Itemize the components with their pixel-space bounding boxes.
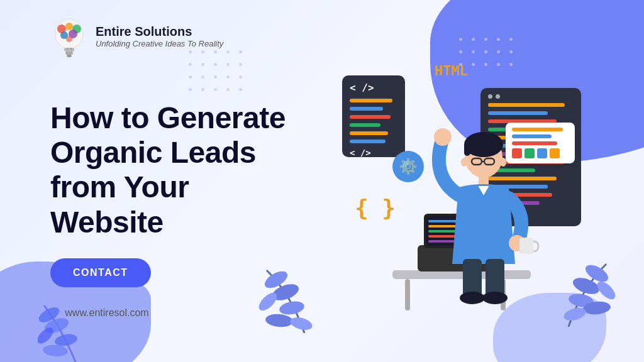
svg-point-38 (482, 292, 508, 304)
brand-tagline: Unfolding Creative Ideas To Reality (96, 39, 223, 48)
svg-rect-35 (463, 259, 482, 297)
headline: How to Generate Organic Leads from Your … (50, 101, 327, 239)
svg-point-30 (500, 158, 506, 167)
svg-point-32 (434, 128, 452, 146)
svg-point-42 (279, 300, 306, 317)
svg-rect-9 (67, 55, 72, 57)
svg-rect-22 (428, 240, 457, 243)
svg-rect-12 (392, 270, 531, 279)
svg-point-43 (265, 313, 294, 328)
html-label: HTML (435, 63, 468, 79)
headline-line3: Website (50, 206, 164, 239)
svg-rect-8 (65, 52, 73, 55)
leaf-bottom-left-bg (38, 280, 132, 362)
header: Entire Solutions Unfolding Creative Idea… (50, 18, 223, 55)
svg-rect-36 (486, 259, 504, 297)
leaf-decoration-left (254, 233, 380, 333)
svg-rect-13 (405, 279, 410, 310)
svg-point-6 (66, 36, 72, 42)
svg-point-37 (460, 292, 485, 304)
logo-icon (50, 18, 88, 55)
brand-name: Entire Solutions (96, 25, 223, 39)
svg-point-44 (289, 315, 313, 332)
headline-line1: How to Generate (50, 101, 286, 134)
headline-line2: Organic Leads from Your (50, 136, 256, 204)
svg-point-2 (65, 23, 73, 30)
dot-pattern-top-left (189, 50, 248, 97)
svg-rect-25 (464, 143, 470, 156)
developer-figure (367, 88, 543, 327)
svg-point-29 (461, 158, 467, 167)
svg-point-55 (42, 344, 68, 357)
brand-text: Entire Solutions Unfolding Creative Idea… (96, 25, 223, 48)
svg-rect-7 (64, 48, 74, 52)
illustration-area: HTML < /> < /> (292, 50, 606, 321)
leaf-decoration-right (518, 233, 631, 327)
svg-rect-18 (428, 220, 460, 222)
